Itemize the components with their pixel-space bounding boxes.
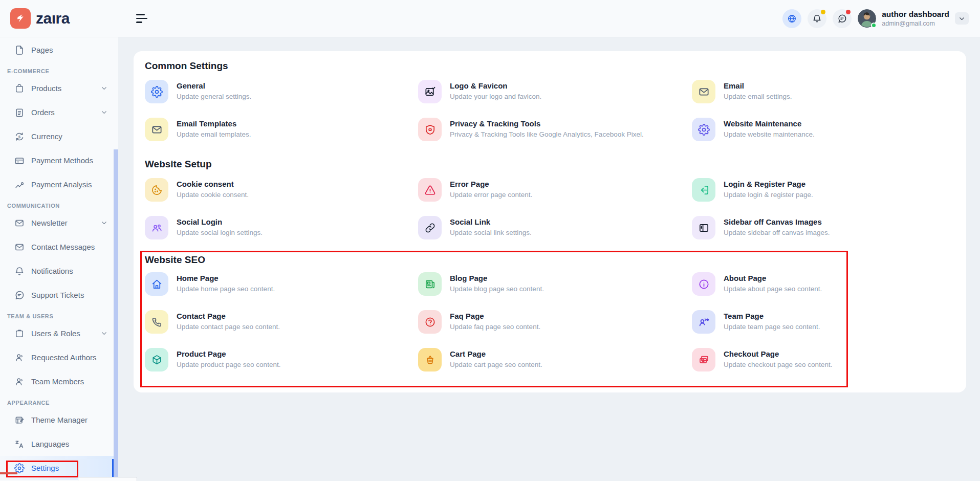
mail-icon <box>14 242 25 252</box>
sidebar-item-currency[interactable]: $ Currency <box>0 124 118 148</box>
user-icon <box>14 377 25 387</box>
sidebar-scrollbar[interactable] <box>114 149 118 481</box>
sidebar-nav: Pages E-COMMERCE Products Orders $ Curre… <box>0 37 118 480</box>
notifications-button[interactable] <box>808 9 826 28</box>
sidebar-item-products[interactable]: Products <box>0 76 118 100</box>
settings-card-cart-page[interactable]: Cart Page Update cart page seo content. <box>418 348 692 371</box>
sidebar-item-users-roles[interactable]: Users & Roles <box>0 321 118 345</box>
bell-icon <box>14 266 25 276</box>
settings-card-blog-page[interactable]: Blog Page Update blog page seo content. <box>418 272 692 296</box>
chevron-down-icon <box>100 219 108 227</box>
card-title: Social Link <box>450 217 532 226</box>
card-title: Email <box>724 81 792 90</box>
settings-card-team-page[interactable]: Team Page Update team page seo content. <box>692 310 846 334</box>
card-subtitle: Update sidebar off canvas images. <box>724 229 830 236</box>
profile-caret-button[interactable] <box>955 12 969 25</box>
settings-card-login-register-page[interactable]: Login & Register Page Update login & reg… <box>692 178 955 202</box>
sidebar-item-label: Payment Analysis <box>31 180 92 189</box>
card-title: Email Templates <box>177 119 251 128</box>
sidebar-section-label: COMMUNICATION <box>0 196 118 211</box>
card-title: Sidebar off Canvas Images <box>724 217 830 226</box>
products-icon <box>14 83 25 94</box>
card-subtitle: Update social link settings. <box>450 229 532 236</box>
status-tooltip-stub <box>78 477 137 481</box>
settings-card-social-login[interactable]: Social Login Update social login setting… <box>145 216 418 239</box>
section-website-setup: Website Setup Cookie consent Update cook… <box>145 159 955 239</box>
settings-card-general[interactable]: General Update general settings. <box>145 80 418 103</box>
info-icon <box>692 272 715 296</box>
sidebar-item-pages[interactable]: Pages <box>0 38 118 62</box>
sidebar-item-theme-manager[interactable]: Theme Manager <box>0 408 118 432</box>
user-email: admin@gmail.com <box>882 20 949 27</box>
card-subtitle: Update cart page seo content. <box>450 361 542 368</box>
card-title: Faq Page <box>450 312 540 320</box>
card-subtitle: Privacy & Tracking Tools like Google Ana… <box>450 130 644 138</box>
settings-card-logo-favicon[interactable]: Logo & Favicon Update your logo and favi… <box>418 80 692 103</box>
brand-logo[interactable]: zaıra <box>0 0 118 37</box>
card-title: Blog Page <box>450 274 544 282</box>
settings-card-website-maintenance[interactable]: Website Maintenance Update website maint… <box>692 118 955 141</box>
sidebar-item-languages[interactable]: Languages <box>0 432 118 456</box>
card-subtitle: Update social login settings. <box>177 229 263 236</box>
card-subtitle: Update general settings. <box>177 93 251 100</box>
settings-card-home-page[interactable]: Home Page Update home page seo content. <box>145 272 418 296</box>
sidebar-item-support-tickets[interactable]: Support Tickets <box>0 283 118 307</box>
card-title: Team Page <box>724 312 820 320</box>
card-subtitle: Update checkout page seo content. <box>724 361 832 368</box>
profile-menu[interactable]: author dashboard admin@gmail.com <box>858 9 969 28</box>
section-title: Website Setup <box>145 159 955 170</box>
sidebar-item-notifications[interactable]: Notifications <box>0 259 118 283</box>
translate-icon <box>14 439 25 449</box>
card-title: Social Login <box>177 217 263 226</box>
section-title: Website SEO <box>145 254 846 266</box>
team-icon <box>692 310 715 334</box>
language-button[interactable] <box>782 9 801 28</box>
settings-card-social-link[interactable]: Social Link Update social link settings. <box>418 216 692 239</box>
settings-card-sidebar-off-canvas-images[interactable]: Sidebar off Canvas Images Update sidebar… <box>692 216 955 239</box>
sidebar-section-label: E-COMMERCE <box>0 62 118 76</box>
settings-card-email-templates[interactable]: Email Templates Update email templates. <box>145 118 418 141</box>
pages-icon <box>14 45 25 55</box>
chevron-down-icon <box>100 330 108 337</box>
gear-icon <box>692 118 715 141</box>
card-title: Contact Page <box>177 312 280 320</box>
card-subtitle: Update blog page seo content. <box>450 285 544 293</box>
sidebar-section-label: APPEARANCE <box>0 393 118 408</box>
settings-card-privacy-tracking-tools[interactable]: Privacy & Tracking Tools Privacy & Track… <box>418 118 692 141</box>
card-title: Home Page <box>177 274 275 282</box>
settings-card-faq-page[interactable]: Faq Page Update faq page seo content. <box>418 310 692 334</box>
settings-card-contact-page[interactable]: Contact Page Update contact page seo con… <box>145 310 418 334</box>
sidebar-item-label: Contact Messages <box>31 243 95 251</box>
settings-card-about-page[interactable]: About Page Update about page seo content… <box>692 272 846 296</box>
sidebar-item-payment-analysis[interactable]: Payment Analysis <box>0 172 118 196</box>
user-icon <box>14 353 25 363</box>
card-subtitle: Update error page content. <box>450 191 532 199</box>
sidebar-item-contact-messages[interactable]: Contact Messages <box>0 235 118 259</box>
chevron-down-icon <box>100 84 108 92</box>
menu-toggle-button[interactable] <box>136 14 147 23</box>
mail-icon <box>145 118 168 141</box>
settings-card-email[interactable]: Email Update email settings. <box>692 80 955 103</box>
settings-card-error-page[interactable]: Error Page Update error page content. <box>418 178 692 202</box>
messages-button[interactable] <box>833 9 852 28</box>
settings-card: Common Settings General Update general s… <box>134 51 966 392</box>
chat-icon <box>837 14 847 24</box>
sidebar-item-settings[interactable]: Settings <box>0 456 118 480</box>
card-subtitle: Update faq page seo content. <box>450 323 540 331</box>
sidebar-item-orders[interactable]: Orders <box>0 100 118 124</box>
annotation-stub <box>0 472 17 474</box>
settings-card-product-page[interactable]: Product Page Update product page seo con… <box>145 348 418 371</box>
main-content: Common Settings General Update general s… <box>118 37 980 481</box>
card-subtitle: Update contact page seo content. <box>177 323 280 331</box>
sidebar-item-requested-authors[interactable]: Requested Authors <box>0 345 118 369</box>
sidebar-item-label: Pages <box>31 46 53 54</box>
sidebar-item-payment-methods[interactable]: Payment Methods <box>0 148 118 172</box>
settings-card-checkout-page[interactable]: Checkout Page Update checkout page seo c… <box>692 348 846 371</box>
settings-card-cookie-consent[interactable]: Cookie consent Update cookie consent. <box>145 178 418 202</box>
sidebar-item-label: Users & Roles <box>31 329 80 338</box>
image-check-icon <box>418 80 442 103</box>
sidebar-item-newsletter[interactable]: Newsletter <box>0 211 118 235</box>
notification-dot <box>821 10 825 14</box>
sidebar-item-team-members[interactable]: Team Members <box>0 369 118 393</box>
card-title: General <box>177 81 251 90</box>
